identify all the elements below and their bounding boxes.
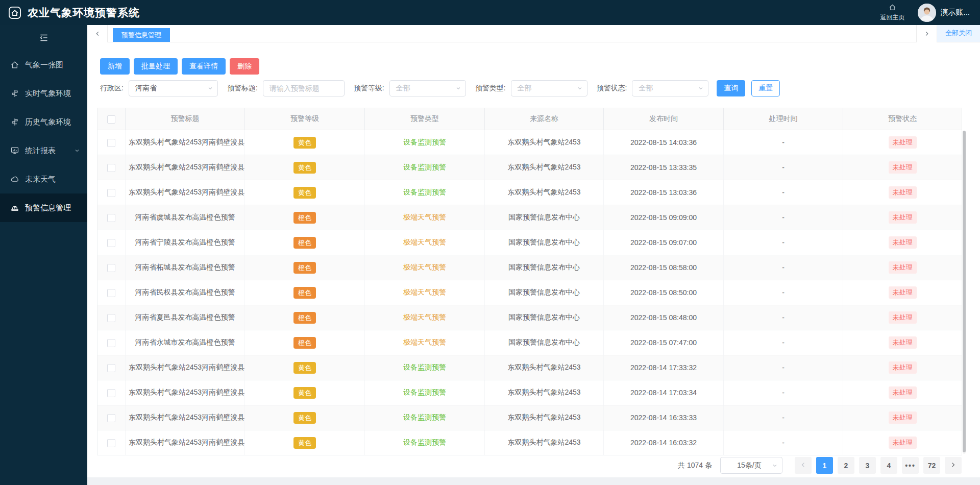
tabbar: 预警信息管理 全部关闭: [87, 25, 980, 42]
tab-alert-management[interactable]: 预警信息管理: [113, 28, 170, 42]
table-row[interactable]: 东双鹅头村气象站2453河南鹤壁浚县黄色设备监测预警东双鹅头村气象站245320…: [97, 180, 962, 205]
page-title: 农业气象环境预警系统: [28, 6, 140, 20]
row-checkbox[interactable]: [107, 139, 115, 147]
row-checkbox[interactable]: [107, 339, 115, 347]
table-row[interactable]: 河南省民权县发布高温橙色预警橙色极端天气预警国家预警信息发布中心2022-08-…: [97, 280, 962, 305]
delete-button[interactable]: 删除: [230, 58, 259, 75]
sidebar-item-alert-management[interactable]: 预警信息管理: [0, 193, 87, 222]
status-badge: 未处理: [889, 386, 917, 399]
source-cell: 国家预警信息发布中心: [485, 330, 604, 355]
handle-time-cell: -: [724, 130, 843, 155]
table-row[interactable]: 河南省柘城县发布高温橙色预警橙色极端天气预警国家预警信息发布中心2022-08-…: [97, 255, 962, 280]
row-checkbox[interactable]: [107, 389, 115, 397]
chevron-down-icon: [698, 85, 704, 91]
return-home-label: 返回主页: [880, 14, 904, 22]
history-icon: [10, 117, 19, 127]
return-home-link[interactable]: 返回主页: [880, 4, 904, 21]
page-ellipsis[interactable]: •••: [902, 457, 919, 474]
table-row[interactable]: 河南省虞城县发布高温橙色预警橙色极端天气预警国家预警信息发布中心2022-08-…: [97, 205, 962, 230]
sidebar: 气象一张图实时气象环境历史气象环境统计报表未来天气预警信息管理: [0, 25, 87, 485]
table-row[interactable]: 东双鹅头村气象站2453河南鹤壁浚县黄色设备监测预警东双鹅头村气象站245320…: [97, 130, 962, 155]
table-row[interactable]: 河南省永城市发布高温橙色预警橙色极端天气预警国家预警信息发布中心2022-08-…: [97, 330, 962, 355]
page-button[interactable]: 2: [838, 457, 854, 474]
publish-time-cell: 2022-08-15 09:09:00: [604, 205, 724, 230]
tab-scroll-left-button[interactable]: [87, 25, 108, 42]
row-checkbox[interactable]: [107, 239, 115, 247]
row-checkbox[interactable]: [107, 314, 115, 322]
row-checkbox[interactable]: [107, 439, 115, 447]
column-header: 来源名称: [485, 108, 604, 130]
sidebar-item-future-weather[interactable]: 未来天气: [0, 165, 87, 193]
content: 新增批量处理查看详情删除 行政区: 河南省 预警标题: 预警等级: 全部 预警类…: [87, 42, 980, 485]
search-button[interactable]: 查询: [717, 80, 745, 96]
view-details-button[interactable]: 查看详情: [182, 58, 226, 75]
column-header: 发布时间: [604, 108, 724, 130]
home-icon: [889, 4, 896, 14]
row-checkbox[interactable]: [107, 214, 115, 222]
warning-title-cell: 东双鹅头村气象站2453河南鹤壁浚县: [126, 380, 245, 405]
row-checkbox[interactable]: [107, 264, 115, 272]
publish-time-cell: 2022-08-15 07:47:00: [604, 330, 724, 355]
table-scrollbar[interactable]: [963, 131, 966, 454]
table-row[interactable]: 东双鹅头村气象站2453河南鹤壁浚县黄色设备监测预警东双鹅头村气象站245320…: [97, 155, 962, 180]
reset-button[interactable]: 重置: [751, 80, 780, 96]
table-row[interactable]: 东双鹅头村气象站2453河南鹤壁浚县黄色设备监测预警东双鹅头村气象站245320…: [97, 430, 962, 455]
level-badge: 橙色: [293, 237, 316, 249]
region-select[interactable]: 河南省: [129, 80, 218, 96]
warning-title-cell: 河南省民权县发布高温橙色预警: [126, 280, 245, 305]
row-checkbox[interactable]: [107, 414, 115, 422]
status-badge: 未处理: [889, 411, 917, 424]
table-row[interactable]: 河南省宁陵县发布高温橙色预警橙色极端天气预警国家预警信息发布中心2022-08-…: [97, 230, 962, 255]
table-row[interactable]: 东双鹅头村气象站2453河南鹤壁浚县黄色设备监测预警东双鹅头村气象站245320…: [97, 380, 962, 405]
sidebar-item-label: 实时气象环境: [25, 89, 71, 99]
total-count: 共 1074 条: [678, 461, 712, 470]
page-prev-button[interactable]: [795, 457, 812, 474]
sidebar-item-history-env[interactable]: 历史气象环境: [0, 108, 87, 136]
page-button[interactable]: 72: [923, 457, 940, 474]
filter-bar: 行政区: 河南省 预警标题: 预警等级: 全部 预警类型: 全部 预警状态: 全…: [100, 80, 780, 96]
status-select[interactable]: 全部: [632, 80, 708, 96]
select-all-checkbox[interactable]: [107, 115, 115, 124]
row-checkbox[interactable]: [107, 364, 115, 372]
scrollbar-thumb[interactable]: [963, 131, 966, 452]
column-header: 预警等级: [245, 108, 365, 130]
level-select[interactable]: 全部: [389, 80, 466, 96]
status-badge: 未处理: [889, 161, 917, 174]
close-all-button[interactable]: 全部关闭: [937, 25, 980, 42]
home-icon: [10, 60, 19, 69]
sidebar-item-realtime-env[interactable]: 实时气象环境: [0, 79, 87, 108]
row-checkbox[interactable]: [107, 164, 115, 172]
handle-time-cell: -: [724, 405, 843, 430]
type-cell: 极端天气预警: [365, 305, 485, 330]
tab-scroll-right-button[interactable]: [916, 25, 937, 42]
page-size-select[interactable]: 15条/页: [720, 457, 782, 474]
type-cell: 极端天气预警: [365, 330, 485, 355]
avatar[interactable]: [918, 4, 936, 22]
add-button[interactable]: 新增: [100, 58, 130, 75]
page-button[interactable]: 1: [816, 457, 833, 474]
warning-title-input[interactable]: [263, 80, 345, 96]
level-badge: 黄色: [293, 412, 316, 424]
table-row[interactable]: 东双鹅头村气象站2453河南鹤壁浚县黄色设备监测预警东双鹅头村气象站245320…: [97, 355, 962, 380]
row-checkbox[interactable]: [107, 289, 115, 297]
warning-title-cell: 东双鹅头村气象站2453河南鹤壁浚县: [126, 155, 245, 180]
row-checkbox[interactable]: [107, 189, 115, 197]
type-select[interactable]: 全部: [511, 80, 587, 96]
batch-process-button[interactable]: 批量处理: [134, 58, 178, 75]
type-cell: 设备监测预警: [365, 380, 485, 405]
toolbar: 新增批量处理查看详情删除: [100, 58, 259, 75]
sidebar-item-statistics[interactable]: 统计报表: [0, 136, 87, 165]
chevron-down-icon: [455, 85, 461, 91]
type-cell: 设备监测预警: [365, 180, 485, 205]
page-next-button[interactable]: [945, 457, 962, 474]
sidebar-collapse-button[interactable]: [0, 25, 87, 51]
table-row[interactable]: 河南省夏邑县发布高温橙色预警橙色极端天气预警国家预警信息发布中心2022-08-…: [97, 305, 962, 330]
table-row[interactable]: 东双鹅头村气象站2453河南鹤壁浚县黄色设备监测预警东双鹅头村气象站245320…: [97, 405, 962, 430]
type-cell: 设备监测预警: [365, 430, 485, 455]
source-cell: 东双鹅头村气象站2453: [485, 405, 604, 430]
page-button[interactable]: 4: [880, 457, 897, 474]
publish-time-cell: 2022-08-15 13:33:35: [604, 155, 724, 180]
username[interactable]: 演示账...: [940, 8, 970, 17]
page-button[interactable]: 3: [859, 457, 876, 474]
sidebar-item-weather-map[interactable]: 气象一张图: [0, 51, 87, 79]
